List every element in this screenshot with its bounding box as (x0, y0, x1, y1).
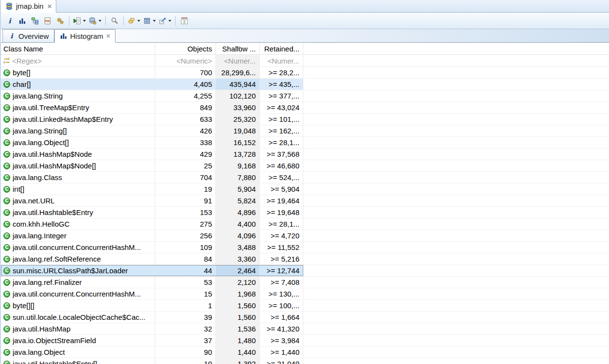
dropdown-arrow-icon[interactable] (83, 20, 86, 22)
group-by-button[interactable] (127, 15, 141, 27)
view-tab-overview[interactable]: iOverview (2, 29, 54, 42)
table-row[interactable]: Cjava.net.URL915,824>= 19,464 (1, 195, 609, 207)
table-row[interactable]: Cjava.io.ObjectStreamField371,480>= 3,98… (1, 335, 609, 347)
objects-cell: 109 (155, 242, 216, 253)
dropdown-arrow-icon[interactable] (168, 20, 171, 22)
close-icon[interactable]: × (48, 2, 52, 10)
table-row[interactable]: Csun.misc.URLClassPath$JarLoader442,464>… (1, 265, 609, 277)
grouping-icon (128, 17, 135, 25)
class-name: java.lang.Class (13, 173, 62, 182)
class-name: java.lang.Integer (13, 232, 66, 240)
editor-tab-jmap-bin[interactable]: jmap.bin × (1, 0, 56, 13)
class-icon: C (3, 128, 10, 134)
objects-cell: 90 (155, 347, 216, 358)
histogram-button[interactable] (16, 15, 28, 27)
column-header-shallow[interactable]: Shallow ... (216, 43, 260, 54)
table-row[interactable]: Cbyte[][]11,560>= 100,... (1, 300, 609, 312)
table-row[interactable]: Cint[]195,904>= 5,904 (1, 183, 609, 195)
table-row[interactable]: Ccom.khh.HelloGC2754,400>= 28,1... (1, 218, 609, 230)
retained-heap-cell: >= 28,1... (260, 137, 303, 148)
thread-overview-button[interactable] (54, 15, 66, 27)
cell-value: 25,320 (233, 115, 256, 123)
objects-cell: 704 (155, 172, 216, 183)
table-row[interactable]: Cjava.util.LinkedHashMap$Entry63325,320>… (1, 114, 609, 125)
dropdown-arrow-icon[interactable] (153, 20, 156, 22)
table-row[interactable]: Cjava.util.Hashtable$Entry[]101,392>= 21… (1, 358, 609, 364)
table-row[interactable]: Cbyte[]70028,299,6...>= 28,2... (1, 67, 609, 79)
table-row[interactable]: Cjava.lang.ref.SoftReference843,360>= 5,… (1, 253, 609, 265)
export-button[interactable] (158, 15, 172, 27)
calculate-retained-size-button[interactable] (142, 15, 157, 27)
toolbar: iOQL (1, 13, 609, 29)
retained-heap-cell: >= 435,... (260, 79, 303, 90)
shallow-heap-cell: 4,896 (216, 207, 260, 218)
class-name-cell: Cbyte[][] (1, 300, 155, 311)
table-row[interactable]: Cjava.util.HashMap321,536>= 41,320 (1, 323, 609, 335)
objects-cell: 849 (155, 102, 216, 113)
table-row[interactable]: Cjava.util.HashMap$Node42913,728>= 37,56… (1, 149, 609, 160)
column-header-retained[interactable]: Retained... (260, 43, 303, 54)
column-header-objects[interactable]: Objects (155, 43, 216, 54)
objects-cell: 44 (155, 265, 216, 276)
cell-value: >= 377,... (269, 92, 299, 100)
table-row[interactable]: Cchar[]4,405435,944>= 435,... (1, 79, 609, 90)
run-expert-report-button[interactable] (72, 15, 87, 27)
shallow-heap-cell: 1,536 (216, 323, 260, 334)
shallow-heap-cell: 1,440 (216, 347, 260, 358)
table-row[interactable]: Cjava.lang.Object[]33816,152>= 28,1... (1, 137, 609, 149)
class-name-cell: Cbyte[] (1, 67, 155, 78)
table-row[interactable]: Cjava.lang.Object901,440>= 1,440 (1, 347, 609, 358)
query-browser-button[interactable] (88, 15, 102, 27)
cell-value: >= 524,... (269, 173, 299, 182)
class-name: java.lang.ref.SoftReference (13, 255, 101, 263)
shallow-heap-cell: 102,120 (216, 90, 260, 101)
retained-filter-input[interactable]: <Numer... (260, 55, 303, 66)
cell-value: >= 21,040 (266, 360, 299, 364)
cell-value: 39 (204, 313, 212, 321)
dominator-tree-button[interactable] (29, 15, 41, 27)
cell-value: 849 (200, 103, 212, 112)
class-name-filter-input[interactable]: <Regex> (1, 55, 155, 66)
table-row[interactable]: Cjava.lang.String4,255102,120>= 377,... (1, 90, 609, 102)
table-row[interactable]: Cjava.util.concurrent.ConcurrentHashM...… (1, 288, 609, 300)
objects-cell: 1 (155, 300, 216, 311)
dropdown-arrow-icon[interactable] (137, 20, 140, 22)
dominator-tree-icon (31, 17, 39, 25)
table-row[interactable]: Cjava.lang.String[]42619,048>= 162,... (1, 125, 609, 137)
compare-tables-button[interactable] (179, 15, 190, 27)
class-name: byte[] (13, 68, 31, 77)
table-row[interactable]: Cjava.lang.ref.Finalizer532,120>= 7,408 (1, 277, 609, 288)
class-name-cell: Cjava.net.URL (1, 195, 155, 206)
table-row[interactable]: Cjava.util.TreeMap$Entry84933,960>= 43,0… (1, 102, 609, 114)
cell-value: >= 4,720 (271, 232, 299, 240)
table-row[interactable]: Cjava.util.Hashtable$Entry1534,896>= 19,… (1, 207, 609, 218)
retained-heap-cell: >= 46,680 (260, 160, 303, 171)
cell-value: 2,464 (237, 266, 256, 275)
table-row[interactable]: Csun.util.locale.LocaleObjectCache$Cac..… (1, 312, 609, 323)
table-row[interactable]: Cjava.util.HashMap$Node[]259,168>= 46,68… (1, 160, 609, 172)
table-row[interactable]: Cjava.util.concurrent.ConcurrentHashM...… (1, 242, 609, 253)
svg-text:i: i (8, 17, 12, 25)
table-row[interactable]: Cjava.lang.Class7047,880>= 524,... (1, 172, 609, 183)
view-tab-histogram[interactable]: Histogram× (54, 29, 116, 43)
cell-value: >= 28,1... (269, 138, 299, 147)
table-row[interactable]: Cjava.lang.Integer2564,096>= 4,720 (1, 230, 609, 242)
dropdown-arrow-icon[interactable] (99, 20, 101, 22)
histogram-icon (60, 32, 67, 40)
overview-button[interactable]: i (4, 15, 16, 27)
shallow-heap-cell: 435,944 (216, 79, 260, 90)
column-header-class-name[interactable]: Class Name (1, 43, 155, 54)
cell-value: 84 (204, 255, 212, 263)
close-icon[interactable]: × (106, 33, 110, 39)
cell-value: 4,255 (194, 92, 212, 100)
table-header: Class NameObjectsShallow ...Retained... (1, 43, 609, 55)
class-name: java.util.HashMap (13, 325, 70, 333)
search-button[interactable] (109, 15, 120, 27)
shallow-filter-input[interactable]: <Numer... (216, 55, 260, 66)
oql-button[interactable]: OQL (42, 15, 53, 27)
cell-value: >= 101,... (269, 115, 299, 123)
objects-filter-input[interactable]: <Numeric> (155, 55, 216, 66)
class-icon: C (3, 291, 10, 298)
cell-value: 15 (204, 290, 212, 298)
shallow-heap-cell: 5,904 (216, 183, 260, 195)
